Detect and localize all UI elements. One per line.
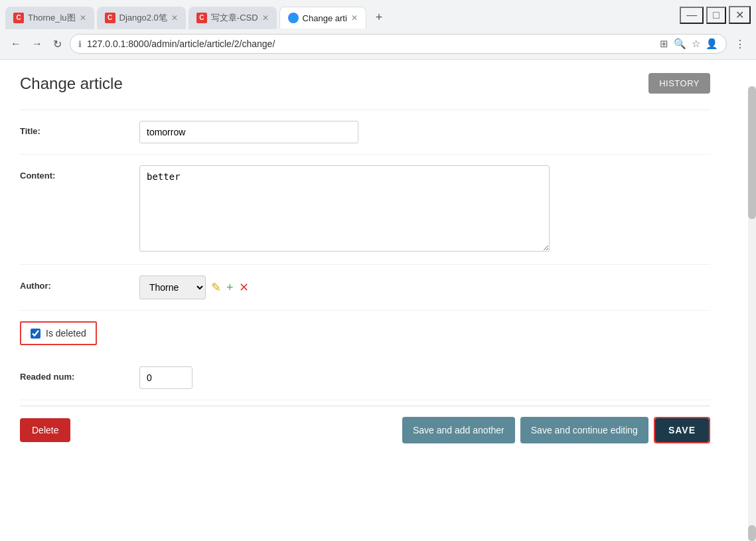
browser-tab-2[interactable]: C Django2.0笔 ✕ xyxy=(97,7,186,29)
save-button[interactable]: SAVE xyxy=(655,418,709,442)
title-row: Title: xyxy=(20,110,710,155)
title-input[interactable] xyxy=(139,121,358,143)
translate-icon[interactable]: ⊞ xyxy=(660,38,668,50)
save-continue-button[interactable]: Save and continue editing xyxy=(520,417,648,443)
tab-close-4[interactable]: ✕ xyxy=(351,13,358,23)
page-header: Change article HISTORY xyxy=(20,73,710,94)
is-deleted-label[interactable]: Is deleted xyxy=(46,328,86,339)
history-button[interactable]: HISTORY xyxy=(648,73,710,94)
tab-icon-4: 🌐 xyxy=(288,13,299,23)
author-controls: Thorne ✎ + ✕ xyxy=(139,275,710,299)
tab-icon-2: C xyxy=(105,13,115,23)
browser-titlebar: C Thorne_lu图 ✕ C Django2.0笔 ✕ C 写文章-CSD … xyxy=(0,0,756,30)
page-title: Change article xyxy=(20,74,123,93)
author-select[interactable]: Thorne xyxy=(139,275,206,299)
is-deleted-row: Is deleted xyxy=(20,311,710,356)
content-textarea[interactable]: better xyxy=(139,165,550,252)
address-right-icons: ⊞ 🔍 ☆ 👤 xyxy=(660,38,718,50)
title-field xyxy=(139,121,710,143)
tab-close-1[interactable]: ✕ xyxy=(80,13,86,23)
tab-label-1: Thorne_lu图 xyxy=(28,12,76,24)
lock-icon: ℹ xyxy=(78,39,82,49)
forward-button[interactable]: → xyxy=(29,35,45,52)
edit-author-icon[interactable]: ✎ xyxy=(211,280,221,295)
scrollbar-thumb[interactable] xyxy=(748,86,756,219)
content-row: Content: better xyxy=(20,155,710,265)
zoom-icon[interactable]: 🔍 xyxy=(674,38,686,50)
tab-label-3: 写文章-CSD xyxy=(211,12,258,24)
browser-chrome: C Thorne_lu图 ✕ C Django2.0笔 ✕ C 写文章-CSD … xyxy=(0,0,756,60)
maximize-button[interactable]: □ xyxy=(706,7,726,24)
content-label: Content: xyxy=(20,165,139,181)
form-section: Title: Content: better Author: Thorn xyxy=(20,110,710,400)
extensions-icon[interactable]: ⋮ xyxy=(732,35,748,53)
bookmark-icon[interactable]: ☆ xyxy=(692,38,700,50)
readed-num-input[interactable] xyxy=(139,366,192,389)
browser-tab-4[interactable]: 🌐 Change arti ✕ xyxy=(279,7,366,29)
add-author-icon[interactable]: + xyxy=(226,281,234,295)
scrollbar-thumb-bottom[interactable] xyxy=(748,525,756,528)
scrollbar[interactable] xyxy=(748,86,756,528)
readed-num-field xyxy=(139,366,710,389)
profile-icon[interactable]: 👤 xyxy=(706,38,718,50)
new-tab-button[interactable]: + xyxy=(369,5,390,30)
page-wrapper: Change article HISTORY Title: Content: b… xyxy=(0,60,756,528)
content-field: better xyxy=(139,165,710,254)
tab-label-2: Django2.0笔 xyxy=(119,12,167,24)
page-content: Change article HISTORY Title: Content: b… xyxy=(0,60,730,467)
reload-button[interactable]: ↻ xyxy=(50,35,64,53)
browser-addressbar: ← → ↻ ℹ 127.0.0.1:8000/admin/article/art… xyxy=(0,30,756,59)
minimize-button[interactable]: — xyxy=(680,7,704,24)
back-button[interactable]: ← xyxy=(8,35,24,52)
save-button-wrapper: SAVE xyxy=(654,417,710,443)
author-row: Author: Thorne ✎ + ✕ xyxy=(20,265,710,311)
action-bar: Delete Save and add another Save and con… xyxy=(20,406,710,454)
title-label: Title: xyxy=(20,121,139,136)
window-controls: — □ ✕ xyxy=(680,6,751,29)
address-bar[interactable]: ℹ 127.0.0.1:8000/admin/article/article/2… xyxy=(70,34,727,54)
close-button[interactable]: ✕ xyxy=(729,6,751,24)
tab-label-4: Change arti xyxy=(303,13,347,23)
tab-icon-3: C xyxy=(196,13,207,23)
author-field: Thorne ✎ + ✕ xyxy=(139,275,710,299)
readed-num-label: Readed num: xyxy=(20,366,139,382)
readed-num-row: Readed num: xyxy=(20,356,710,400)
browser-tab-1[interactable]: C Thorne_lu图 ✕ xyxy=(5,7,94,29)
action-right: Save and add another Save and continue e… xyxy=(402,417,710,443)
browser-tab-3[interactable]: C 写文章-CSD ✕ xyxy=(189,7,277,29)
save-another-button[interactable]: Save and add another xyxy=(402,417,515,443)
tab-close-3[interactable]: ✕ xyxy=(262,13,269,23)
tab-icon-1: C xyxy=(13,13,24,23)
delete-button[interactable]: Delete xyxy=(20,418,70,442)
author-label: Author: xyxy=(20,275,139,291)
is-deleted-checkbox[interactable] xyxy=(31,329,40,339)
remove-author-icon[interactable]: ✕ xyxy=(239,280,249,295)
url-text: 127.0.0.1:8000/admin/article/article/2/c… xyxy=(87,39,654,49)
tab-close-2[interactable]: ✕ xyxy=(171,13,178,23)
is-deleted-box: Is deleted xyxy=(20,321,97,345)
